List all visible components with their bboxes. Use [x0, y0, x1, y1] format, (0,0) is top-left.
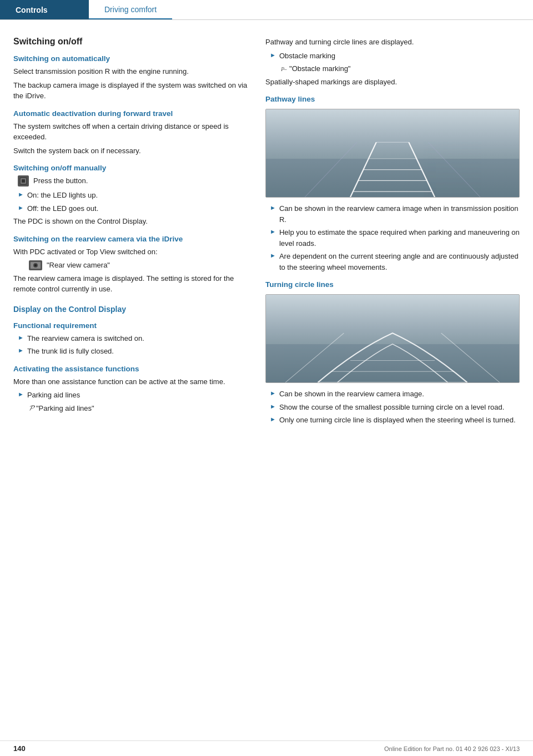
obstacle-marking-bullet: ► Obstacle marking — [265, 51, 520, 62]
parking-aid-sub-text: "Parking aid lines" — [36, 403, 94, 414]
turning-camera-image — [265, 294, 520, 383]
activating-title: Activating the assistance functions — [13, 365, 252, 373]
obstacle-marking-label: Obstacle marking — [279, 51, 335, 62]
right-column: Pathway and turning circle lines are dis… — [265, 37, 520, 428]
rear-view-label: "Rear view camera" — [47, 260, 110, 271]
func-req-bullet-2-text: The trunk lid is fully closed. — [27, 346, 114, 357]
section-switching-on-auto: Switching on automatically — [13, 54, 252, 63]
obstacle-desc: Spatially-shaped markings are displayed. — [265, 77, 520, 88]
bullet-led-off-text: Off: the LED goes out. — [27, 203, 98, 214]
section-switching-manually: Switching on/off manually — [13, 164, 252, 172]
turning-bullet-1-text: Can be shown in the rearview camera imag… — [279, 389, 424, 400]
bullet-led-on: ► On: the LED lights up. — [13, 190, 252, 201]
controls-label: Controls — [16, 6, 48, 14]
header-controls-tab[interactable]: Controls — [0, 0, 89, 19]
page-footer: 140 Online Edition for Part no. 01 40 2 … — [0, 740, 533, 756]
arrow-icon-4: ► — [18, 347, 24, 354]
pathway-bullet-1-text: Can be shown in the rearview camera imag… — [279, 203, 520, 225]
arrow-icon-1: ► — [18, 191, 24, 198]
turning-bullet-2: ► Show the course of the smallest possib… — [265, 402, 520, 413]
arrow-icon-3: ► — [18, 334, 24, 341]
svg-marker-19 — [266, 344, 519, 382]
arrow-icon-10: ► — [270, 390, 276, 396]
rear-view-icon-row: "Rear view camera" — [29, 260, 252, 271]
pathway-turning-text: Pathway and turning circle lines are dis… — [265, 37, 520, 48]
button-instruction-row: Press the button. — [13, 175, 252, 187]
page-header: Controls Driving comfort — [0, 0, 533, 20]
header-driving-tab[interactable]: Driving comfort — [89, 0, 172, 19]
section-auto-deactivation: Automatic deactivation during forward tr… — [13, 109, 252, 118]
obstacle-icon: P⎯ — [281, 65, 287, 72]
parking-icon: 𝓟 — [29, 404, 34, 412]
rearview-para2: The rearview camera image is displayed. … — [13, 273, 252, 295]
arrow-icon-9: ► — [270, 252, 276, 259]
turning-bullet-3-text: Only one turning circle line is displaye… — [279, 415, 516, 426]
pathway-lines-title: Pathway lines — [265, 95, 520, 103]
arrow-icon-6: ► — [270, 52, 276, 58]
section-rearview: Switching on the rearview camera via the… — [13, 235, 252, 243]
svg-rect-2 — [22, 179, 25, 183]
pathway-bullet-3-text: Are dependent on the current steering an… — [279, 251, 520, 273]
switching-on-auto-para1: Select transmission position R with the … — [13, 66, 252, 77]
driving-comfort-label: Driving comfort — [104, 5, 157, 14]
parking-aid-label: Parking aid lines — [27, 390, 80, 401]
pdc-button-icon — [18, 175, 29, 187]
svg-point-6 — [34, 264, 37, 266]
turning-bullet-3: ► Only one turning circle line is displa… — [265, 415, 520, 426]
functional-req-title: Functional requirement — [13, 321, 252, 330]
switching-on-auto-para2: The backup camera image is displayed if … — [13, 80, 252, 102]
arrow-icon-2: ► — [18, 204, 24, 211]
arrow-icon-5: ► — [18, 391, 24, 397]
pathway-bullet-1: ► Can be shown in the rearview camera im… — [265, 203, 520, 225]
main-content: Switching on/off Switching on automatica… — [0, 20, 533, 445]
arrow-icon-7: ► — [270, 204, 276, 211]
parking-aid-sub: 𝓟 "Parking aid lines" — [13, 403, 252, 414]
turning-circle-title: Turning circle lines — [265, 280, 520, 289]
rear-view-label-row: "Rear view camera" — [13, 260, 252, 271]
pathway-camera-image — [265, 109, 520, 198]
activating-intro: More than one assistance function can be… — [13, 376, 252, 387]
rearview-para1: With PDC activated or Top View switched … — [13, 246, 252, 258]
obstacle-sub: P⎯ "Obstacle marking" — [265, 63, 520, 74]
auto-deact-para1: The system switches off when a certain d… — [13, 121, 252, 143]
parking-aid-sub-row: 𝓟 "Parking aid lines" — [29, 403, 252, 414]
turning-bullet-2-text: Show the course of the smallest possible… — [279, 402, 504, 413]
obstacle-icon-row: P⎯ "Obstacle marking" — [281, 63, 520, 74]
arrow-icon-12: ► — [270, 416, 276, 422]
pathway-bullet-2-text: Help you to estimate the space required … — [279, 227, 520, 249]
func-req-bullet-1-text: The rearview camera is switched on. — [27, 333, 144, 344]
arrow-icon-8: ► — [270, 228, 276, 235]
main-title: Switching on/off — [13, 37, 252, 47]
page-number: 140 — [13, 744, 26, 753]
bullet-led-on-text: On: the LED lights up. — [27, 190, 98, 201]
left-column: Switching on/off Switching on automatica… — [13, 37, 252, 428]
rear-view-icon — [29, 260, 42, 270]
bullet-led-off: ► Off: the LED goes out. — [13, 203, 252, 214]
button-instruction-text: Press the button. — [33, 175, 88, 187]
display-control-title: Display on the Control Display — [13, 305, 252, 314]
func-req-bullet-1: ► The rearview camera is switched on. — [13, 333, 252, 344]
turning-bullet-1: ► Can be shown in the rearview camera im… — [265, 389, 520, 400]
parking-aid-bullet: ► Parking aid lines — [13, 390, 252, 401]
edition-text: Online Edition for Part no. 01 40 2 926 … — [384, 745, 520, 752]
pdc-control-display-text: The PDC is shown on the Control Display. — [13, 216, 252, 227]
func-req-bullet-2: ► The trunk lid is fully closed. — [13, 346, 252, 357]
auto-deact-para2: Switch the system back on if necessary. — [13, 145, 252, 157]
obstacle-sub-text: "Obstacle marking" — [289, 63, 350, 74]
arrow-icon-11: ► — [270, 403, 276, 410]
pathway-bullet-2: ► Help you to estimate the space require… — [265, 227, 520, 249]
pathway-bullet-3: ► Are dependent on the current steering … — [265, 251, 520, 273]
